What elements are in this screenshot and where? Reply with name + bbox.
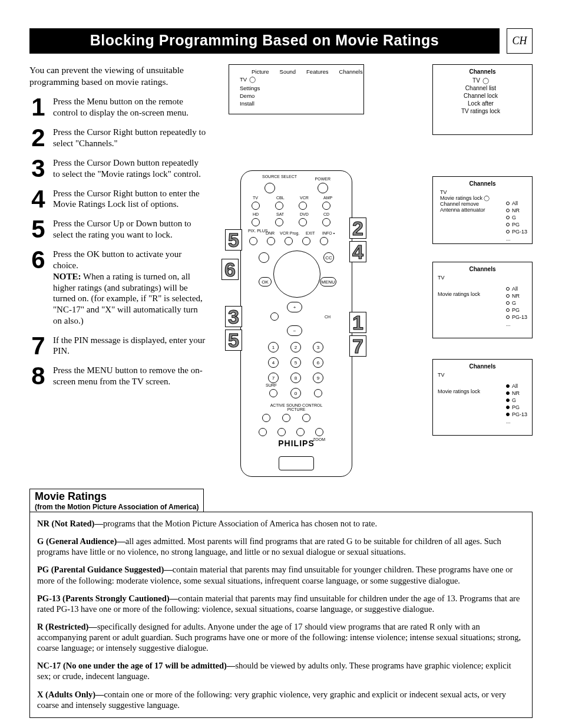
exit-button bbox=[302, 237, 310, 245]
mute-icon-button bbox=[270, 312, 279, 321]
info-button bbox=[320, 237, 328, 245]
rating-r: R (Restricted)—specifically designed for… bbox=[37, 621, 525, 653]
amp-button bbox=[322, 202, 330, 210]
menu-diagram-channels-3: Channels TV Movie ratings lock All NR G … bbox=[432, 262, 533, 338]
dvd-label: DVD bbox=[300, 212, 309, 216]
step-number: 1 bbox=[29, 96, 47, 118]
rating-option: NR bbox=[512, 293, 520, 299]
step-number: 2 bbox=[29, 127, 47, 149]
dnr-label: DNR bbox=[266, 231, 275, 235]
vol-down-button: − bbox=[287, 325, 302, 336]
vcr-label: VCR bbox=[300, 196, 309, 200]
ratings-subtitle: (from the Motion Picture Association of … bbox=[35, 503, 199, 511]
pixplus-label: PIX. PLUS bbox=[248, 229, 267, 233]
tv-label: TV bbox=[438, 275, 445, 281]
panel-header: Channels bbox=[438, 180, 527, 187]
vcr-button bbox=[299, 202, 307, 210]
cursor-icon: ◯ bbox=[484, 195, 490, 201]
step-1: 1 Press the Menu button on the remote co… bbox=[29, 96, 206, 118]
num-0-button: 0 bbox=[290, 388, 301, 398]
step-number: 6 bbox=[29, 249, 47, 326]
menu-item: Movie ratings lock bbox=[440, 195, 482, 201]
menu-item: Movie ratings lock bbox=[438, 388, 480, 394]
title-bar: Blocking Programming Based on Movie Rati… bbox=[29, 28, 533, 54]
corner-label: CH bbox=[507, 28, 533, 54]
rating-name: G (General Audience)— bbox=[37, 536, 125, 546]
rating-name: PG (Parental Guidance Suggested)— bbox=[37, 565, 173, 574]
callout-6: 6 bbox=[222, 259, 239, 280]
rating-option: All bbox=[512, 383, 518, 389]
rating-option: G bbox=[512, 397, 516, 403]
vcrprog-label: VCR Prog. bbox=[280, 231, 299, 235]
rating-option: PG bbox=[512, 222, 520, 228]
step-number: 8 bbox=[29, 365, 47, 387]
rating-option: NR bbox=[512, 207, 520, 213]
vol-up-button: + bbox=[287, 302, 302, 312]
step-5: 5 Press the Cursor Up or Down button to … bbox=[29, 218, 206, 241]
cbl-button bbox=[275, 202, 283, 210]
rating-option: All bbox=[512, 286, 518, 292]
cbl-label: CBL bbox=[276, 196, 285, 200]
tv-label: TV bbox=[240, 76, 247, 83]
num-1-button: 1 bbox=[268, 342, 279, 353]
exit-label: EXIT bbox=[306, 231, 315, 235]
cd-button bbox=[322, 218, 330, 226]
rating-name: R (Restricted)— bbox=[37, 622, 97, 631]
ellipsis: ... bbox=[506, 321, 511, 327]
step-text: If the PIN message is displayed, enter y… bbox=[53, 335, 206, 357]
step-text: Press the MENU button to remove the on-s… bbox=[53, 365, 206, 387]
menu-diagram-channels-1: Channels TV◯ Channel list Channel lock L… bbox=[432, 64, 533, 135]
rating-pg13: PG-13 (Parents Strongly Cautioned)—conta… bbox=[37, 593, 525, 614]
swap-button bbox=[296, 428, 305, 436]
callout-3: 3 bbox=[225, 306, 242, 327]
rating-option: G bbox=[512, 300, 516, 306]
amp-label: AMP bbox=[323, 196, 332, 200]
vcrprog-button bbox=[285, 237, 293, 245]
step-text: Press the Cursor Right button repeatedly… bbox=[53, 127, 206, 149]
rating-nc17: NC-17 (No one under the age of 17 will b… bbox=[37, 660, 525, 681]
panel-header: Channels bbox=[438, 266, 527, 272]
rating-option: G bbox=[512, 215, 516, 220]
num-3-button: 3 bbox=[313, 342, 323, 353]
dot-button bbox=[314, 389, 322, 397]
mute-button bbox=[259, 252, 269, 263]
num-8-button: 8 bbox=[290, 373, 301, 383]
tv-label: TV bbox=[438, 372, 445, 378]
rating-x: X (Adults Only)—contain one or more of t… bbox=[37, 689, 525, 710]
step-text: Press the Cursor Up or Down button to se… bbox=[53, 218, 206, 241]
cc-button: CC bbox=[323, 252, 334, 263]
control-button bbox=[282, 414, 290, 422]
rating-option: PG bbox=[512, 307, 520, 313]
cursor-icon: ◯ bbox=[249, 76, 256, 83]
step-8: 8 Press the MENU button to remove the on… bbox=[29, 365, 206, 387]
ellipsis: ... bbox=[506, 236, 511, 242]
rating-g: G (General Audience)—all ages admitted. … bbox=[37, 536, 525, 557]
hd-label: HD bbox=[253, 212, 259, 216]
brand-label: PHILIPS bbox=[241, 439, 352, 448]
ratings-section: Movie Ratings (from the Motion Picture A… bbox=[29, 489, 533, 718]
diagram-column: Picture Sound Features Channels TV ◯ Set… bbox=[217, 64, 533, 477]
rating-name: NC-17 (No one under the age of 17 will b… bbox=[37, 661, 235, 670]
sound-button bbox=[262, 414, 270, 422]
callout-7: 7 bbox=[349, 335, 366, 357]
menu-item: Lock after bbox=[438, 100, 527, 107]
active-control-label: ACTIVE SOUND CONTROL PICTURE bbox=[265, 403, 328, 411]
num-9-button: 9 bbox=[313, 373, 323, 383]
menu-tab: Channels bbox=[339, 68, 363, 75]
remote-screen bbox=[279, 456, 314, 470]
step-text-main: Press the OK button to activate your cho… bbox=[53, 249, 181, 270]
ch-label: CH bbox=[325, 315, 330, 319]
step-4: 4 Press the Cursor Right button to enter… bbox=[29, 188, 206, 210]
num-7-button: 7 bbox=[268, 373, 279, 383]
rating-desc: programs that the Motion Picture Associa… bbox=[103, 519, 377, 528]
ellipsis: ... bbox=[506, 419, 511, 424]
menu-item: TV ratings lock bbox=[438, 108, 527, 114]
surf-button bbox=[269, 389, 277, 397]
menu-item: Install bbox=[240, 100, 359, 107]
source-select-label: SOURCE SELECT bbox=[262, 174, 297, 179]
cd-label: CD bbox=[323, 212, 329, 216]
callout-1: 1 bbox=[349, 312, 366, 333]
rating-desc: specifically designed for adults. Anyone… bbox=[37, 622, 521, 653]
rating-option: All bbox=[512, 200, 518, 206]
step-number: 5 bbox=[29, 218, 47, 241]
